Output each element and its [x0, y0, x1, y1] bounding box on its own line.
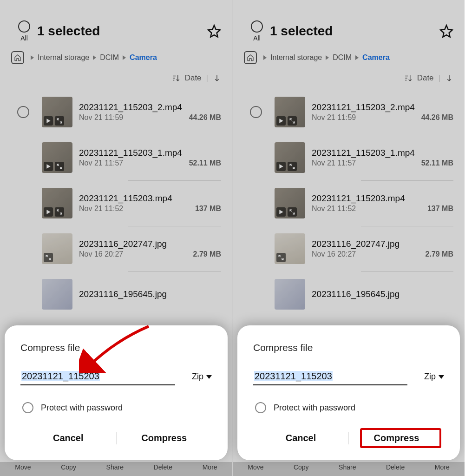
arrow-down-icon[interactable] [213, 74, 221, 82]
expand-icon [288, 207, 297, 217]
expand-icon [55, 207, 64, 217]
list-item[interactable]: 20231121_115203_2.mp4 Nov 21 11:59 44.26… [0, 89, 232, 135]
thumbnail [275, 188, 305, 218]
cancel-button[interactable]: Cancel [20, 426, 116, 450]
file-date: Nov 21 11:59 [312, 113, 356, 122]
home-icon[interactable] [244, 51, 257, 64]
file-size: 52.11 MB [189, 159, 221, 167]
file-name: 20231116_202747.jpg [312, 239, 453, 249]
breadcrumb-segment[interactable]: DCIM [333, 53, 352, 62]
action-copy[interactable]: Copy [294, 463, 309, 471]
bottom-action-bar: Move Copy Share Delete More [0, 462, 232, 476]
file-list: 20231121_115203_2.mp4 Nov 21 11:59 44.26… [0, 89, 232, 317]
page-title: 1 selected [37, 24, 207, 39]
list-item[interactable]: 20231116_195645.jpg [42, 271, 232, 317]
expand-icon [55, 116, 64, 126]
dialog-title: Compress file [20, 342, 212, 353]
play-icon [44, 162, 53, 171]
radio-icon[interactable] [22, 402, 33, 413]
arrow-down-icon[interactable] [445, 74, 453, 82]
chevron-right-icon [93, 55, 96, 60]
file-date: Nov 21 11:52 [312, 205, 356, 213]
password-toggle-row[interactable]: Protect with password [253, 402, 444, 413]
list-item[interactable]: 20231121_115203.mp4 Nov 21 11:52 137 MB [275, 180, 465, 226]
compress-button[interactable]: Compress [117, 426, 212, 450]
file-size: 44.26 MB [421, 113, 453, 122]
checkbox[interactable] [250, 106, 262, 118]
filename-input[interactable]: 20231121_115203 [253, 369, 407, 385]
file-list: 20231121_115203_2.mp4 Nov 21 11:59 44.26… [233, 89, 465, 317]
file-name: 20231121_115203_1.mp4 [79, 148, 221, 158]
chevron-right-icon [31, 55, 34, 60]
breadcrumb-current[interactable]: Camera [362, 53, 390, 62]
breadcrumb-current[interactable]: Camera [130, 53, 157, 62]
file-size: 137 MB [195, 205, 221, 213]
checkbox[interactable] [17, 106, 29, 118]
file-date: Nov 16 20:27 [79, 250, 123, 258]
file-name: 20231121_115203_2.mp4 [79, 102, 221, 112]
home-icon[interactable] [11, 51, 24, 64]
radio-icon[interactable] [255, 402, 266, 413]
file-size: 2.79 MB [426, 250, 453, 258]
file-size: 52.11 MB [421, 159, 453, 167]
thumbnail [42, 188, 72, 218]
file-size: 137 MB [427, 205, 453, 213]
file-date: Nov 21 11:59 [79, 113, 123, 122]
action-copy[interactable]: Copy [61, 463, 76, 471]
list-item[interactable]: 20231116_195645.jpg [275, 271, 465, 317]
sort-icon[interactable] [172, 74, 180, 82]
password-toggle-row[interactable]: Protect with password [20, 402, 212, 413]
list-item[interactable]: 20231121_115203_1.mp4 Nov 21 11:57 52.11… [42, 135, 232, 180]
file-size: 44.26 MB [189, 113, 221, 122]
sort-icon[interactable] [404, 74, 413, 82]
password-label: Protect with password [274, 403, 355, 413]
file-name: 20231116_195645.jpg [79, 289, 221, 299]
select-all-toggle[interactable] [18, 20, 30, 33]
breadcrumb-segment[interactable]: DCIM [100, 53, 119, 62]
compress-button[interactable]: Compress [349, 426, 444, 450]
file-name: 20231121_115203_1.mp4 [312, 148, 453, 158]
action-share[interactable]: Share [106, 463, 124, 471]
format-dropdown[interactable]: Zip [192, 372, 212, 385]
list-item[interactable]: 20231121_115203.mp4 Nov 21 11:52 137 MB [42, 180, 232, 226]
action-more[interactable]: More [203, 463, 217, 471]
sort-label[interactable]: Date [417, 73, 434, 83]
format-dropdown[interactable]: Zip [424, 372, 444, 385]
format-label: Zip [192, 372, 203, 382]
expand-icon [55, 162, 64, 171]
file-name: 20231121_115203_2.mp4 [312, 102, 453, 112]
action-move[interactable]: Move [15, 463, 31, 471]
breadcrumb: Internal storage DCIM Camera [0, 47, 232, 73]
list-item[interactable]: 20231121_115203_1.mp4 Nov 21 11:57 52.11… [275, 135, 465, 180]
expand-icon [44, 253, 53, 262]
sort-label[interactable]: Date [185, 73, 202, 83]
file-date: Nov 21 11:57 [312, 159, 356, 167]
favorite-icon[interactable] [439, 24, 453, 38]
play-icon [44, 207, 53, 217]
list-item[interactable]: 20231116_202747.jpg Nov 16 20:27 2.79 MB [275, 226, 465, 271]
list-item[interactable]: 20231121_115203_2.mp4 Nov 21 11:59 44.26… [233, 89, 465, 135]
thumbnail [42, 279, 72, 310]
thumbnail [275, 279, 305, 310]
action-move[interactable]: Move [248, 463, 263, 471]
list-item[interactable]: 20231116_202747.jpg Nov 16 20:27 2.79 MB [42, 226, 232, 271]
action-more[interactable]: More [435, 463, 450, 471]
file-name: 20231121_115203.mp4 [312, 193, 453, 204]
cancel-button[interactable]: Cancel [253, 426, 348, 450]
file-name: 20231121_115203.mp4 [79, 193, 221, 204]
action-delete[interactable]: Delete [154, 463, 172, 471]
compress-dialog: Compress file 20231121_115203 Zip Protec… [237, 325, 460, 460]
file-size: 2.79 MB [193, 250, 221, 258]
play-icon [276, 207, 286, 217]
play-icon [276, 162, 286, 171]
chevron-down-icon [439, 375, 444, 379]
breadcrumb-segment[interactable]: Internal storage [38, 53, 89, 62]
select-all-toggle[interactable] [251, 20, 263, 33]
filename-input[interactable]: 20231121_115203 [20, 369, 175, 385]
action-share[interactable]: Share [339, 463, 356, 471]
file-date: Nov 21 11:52 [79, 205, 123, 213]
screenshot-right: All 1 selected Internal storage DCIM Cam… [232, 0, 465, 476]
action-delete[interactable]: Delete [386, 463, 405, 471]
breadcrumb-segment[interactable]: Internal storage [270, 53, 322, 62]
favorite-icon[interactable] [207, 24, 221, 38]
